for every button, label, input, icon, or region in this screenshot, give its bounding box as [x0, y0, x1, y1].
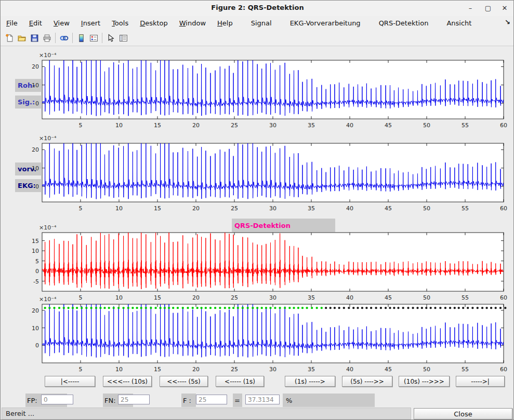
detected-beat-marker — [297, 307, 299, 309]
menu-item-ansicht[interactable]: Ansicht — [441, 17, 477, 29]
missed-beat-marker — [425, 307, 427, 309]
print-icon[interactable] — [41, 32, 53, 44]
new-file-icon[interactable] — [3, 32, 16, 44]
menu-item-ekg-vorverarbeitung[interactable]: EKG-Vorverarbeitung — [284, 17, 366, 29]
nav-button-fwd-5s[interactable]: (5s) ---->> — [342, 376, 392, 387]
menu-item-view[interactable]: View — [48, 17, 75, 29]
tick-label: 25 — [231, 366, 238, 373]
maximize-button[interactable]: ▢ — [481, 3, 495, 14]
qrs-detection-plot-title: QRS-Detektion — [232, 219, 335, 232]
plot-qrs-detection[interactable]: 51015202530354045505560-5051015 — [1, 222, 514, 305]
tick-label: 10 — [115, 205, 123, 212]
fn-label: FN: — [104, 397, 116, 404]
missed-beat-marker — [407, 307, 409, 309]
menu-item-qrs-detektion[interactable]: QRS-Detektion — [373, 17, 434, 29]
fn-input[interactable] — [118, 395, 150, 404]
fp-input[interactable] — [41, 395, 73, 404]
pointer-icon[interactable] — [104, 32, 117, 44]
tick-label: 60 — [500, 205, 507, 212]
nav-button-fwd-1s[interactable]: (1s) -----> — [285, 376, 335, 387]
nav-button-back-1s[interactable]: <----- (1s) — [216, 376, 264, 387]
close-window-button[interactable]: ✕ — [498, 3, 511, 14]
menu-item-window[interactable]: Window — [174, 17, 212, 29]
nav-button-fwd-10s[interactable]: (10s) --->>> — [399, 376, 450, 387]
tick-label: 0 — [35, 342, 39, 349]
colorbar-icon[interactable] — [75, 32, 87, 44]
detected-beat-marker — [145, 307, 147, 309]
plot-browser-icon[interactable] — [117, 32, 129, 44]
save-icon[interactable] — [28, 32, 41, 44]
plot-annotated-ekg[interactable]: 5101520253035404550556001020 — [1, 294, 514, 377]
toolbar-separator — [72, 33, 73, 43]
plot-preprocessed-ekg[interactable]: 5101520253035404550556001020 — [1, 133, 514, 216]
nav-button-to-end[interactable]: ----->| — [456, 376, 505, 387]
tick-label: 20 — [32, 307, 39, 314]
plot-raw-signal[interactable]: 5101520253035404550556001020 — [1, 50, 514, 133]
detected-beat-marker — [274, 307, 276, 309]
missed-beat-marker — [471, 307, 473, 309]
menu-item-desktop[interactable]: Desktop — [134, 17, 174, 29]
missed-beat-marker — [485, 307, 487, 309]
missed-beat-marker — [462, 307, 464, 309]
menu-item-tools[interactable]: Tools — [106, 17, 134, 29]
f-input[interactable] — [196, 395, 227, 404]
tick-label: 45 — [385, 366, 392, 373]
detected-beat-marker — [293, 307, 295, 309]
detected-beat-marker — [196, 307, 199, 309]
missed-beat-marker — [352, 307, 354, 309]
detected-beat-marker — [265, 307, 267, 309]
link-plot-icon[interactable] — [58, 32, 70, 44]
detected-beat-marker — [192, 307, 194, 309]
toolbar — [1, 30, 514, 46]
detected-beat-marker — [200, 307, 202, 309]
menu-item-edit[interactable]: Edit — [23, 17, 48, 29]
tick-label: 10 — [115, 122, 123, 129]
detected-beat-marker — [150, 307, 152, 309]
missed-beat-marker — [397, 307, 399, 309]
legend-icon[interactable] — [87, 32, 100, 44]
tick-label: 55 — [462, 366, 469, 373]
menu-item-file[interactable]: File — [1, 17, 23, 29]
menu-overflow-icon[interactable]: ↘ — [505, 18, 510, 26]
nav-button-back-5s[interactable]: <<---- (5s) — [160, 376, 208, 387]
detected-beat-marker — [237, 307, 239, 309]
ratio-output[interactable] — [245, 395, 280, 404]
detected-beat-marker — [48, 307, 50, 309]
detected-beat-marker — [113, 307, 115, 309]
status-text: Bereit ... — [6, 410, 34, 417]
detected-beat-marker — [85, 307, 87, 309]
tick-label: 10 — [32, 248, 39, 254]
detected-beat-marker — [58, 307, 60, 309]
detected-beat-marker — [117, 307, 120, 309]
nav-button-back-10s[interactable]: <<<--- (10s) — [103, 376, 152, 387]
missed-beat-marker — [361, 307, 363, 309]
tick-label: 60 — [500, 122, 507, 129]
menu-item-insert[interactable]: Insert — [75, 17, 106, 29]
menu-item-help[interactable]: Help — [212, 17, 239, 29]
missed-beat-marker — [454, 307, 456, 309]
detected-beat-marker — [256, 307, 258, 309]
missed-beat-marker — [330, 307, 332, 309]
percent-chip: % — [283, 394, 375, 407]
detected-beat-marker — [159, 307, 161, 309]
tick-label: 5 — [79, 122, 83, 129]
detected-beat-marker — [242, 307, 244, 309]
detected-beat-marker — [53, 307, 55, 309]
nav-button-to-start[interactable]: |<----- — [45, 376, 95, 387]
minimize-button[interactable]: – — [464, 3, 477, 14]
tick-label: 15 — [154, 205, 161, 212]
missed-beat-marker — [504, 307, 506, 309]
toolbar-separator — [102, 33, 102, 43]
detected-beat-marker — [252, 307, 254, 309]
detected-beat-marker — [214, 307, 216, 309]
axes-box — [42, 60, 504, 119]
detected-beat-marker — [205, 307, 207, 309]
tick-label: 10 — [32, 82, 39, 89]
detected-beat-marker — [224, 307, 226, 309]
tick-label: 55 — [462, 205, 469, 212]
open-folder-icon[interactable] — [16, 32, 28, 44]
detected-beat-marker — [306, 307, 308, 309]
close-button[interactable]: Close — [414, 408, 512, 419]
missed-beat-marker — [348, 307, 350, 309]
menu-item-signal[interactable]: Signal — [245, 17, 278, 29]
